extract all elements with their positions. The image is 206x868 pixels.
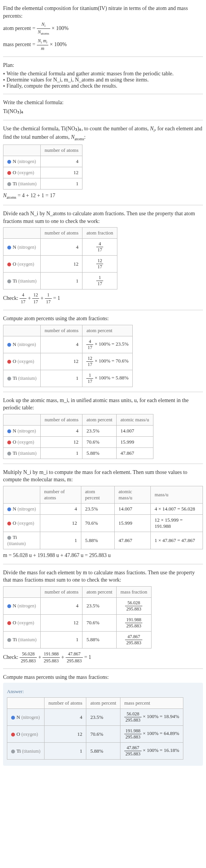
element-dot-icon <box>7 279 11 283</box>
mass-table: number of atomsatom percentatomic mass/u… <box>3 486 203 549</box>
divider <box>3 120 203 120</box>
mass-fraction-section: Divide the mass for each element by m to… <box>3 569 203 664</box>
check-equation: Check: 417 + 1217 + 117 = 1 <box>3 292 203 305</box>
table-row: Ti (titanium)1117 × 100% = 5.88% <box>3 370 133 387</box>
atom-percent-label: atom percent <box>3 25 31 31</box>
divider <box>3 57 203 57</box>
atom-percent-formula: atom percent = NiNatoms × 100% <box>3 21 203 36</box>
element-dot-icon <box>7 507 11 511</box>
mass-pct-intro: Compute mass percents using the mass fra… <box>3 673 203 681</box>
divider <box>3 310 203 310</box>
mass-fraction-table: number of atomsatom percentmass fraction… <box>3 586 152 649</box>
check-equation-mass: Check: 56.028295.883 + 191.988295.883 + … <box>3 651 203 664</box>
table-header-row: number of atomsatom percentmass percent <box>7 698 183 709</box>
times-100-2: × 100% <box>50 42 67 47</box>
element-dot-icon <box>7 638 11 642</box>
element-dot-icon <box>7 452 11 456</box>
mass-percent-formula: mass percent = Ni mim × 100% <box>3 38 203 52</box>
divider <box>3 564 203 564</box>
table-row: N (nitrogen)423.5%14.0074 × 14.007 = 56.… <box>3 503 203 514</box>
divider <box>3 464 203 464</box>
divider <box>3 205 203 205</box>
mass-percent-section: Compute mass percents using the mass fra… <box>3 673 203 766</box>
element-dot-icon <box>11 750 15 753</box>
element-dot-icon <box>7 522 11 525</box>
atom-percent-fraction: NiNatoms <box>37 21 51 36</box>
natoms-equation: Natoms = 4 + 12 + 1 = 17 <box>3 192 203 200</box>
plan-item: Write the chemical formula and gather at… <box>3 71 203 77</box>
table-row: N (nitrogen)4417 × 100% = 23.5% <box>3 336 133 353</box>
atomic-mass-intro: Look up the atomic mass, m_i, in unified… <box>3 397 203 412</box>
table-row: O (oxygen)1270.6%191.988295.883 <box>3 614 152 631</box>
answer-label: Answer: <box>7 688 199 695</box>
times-100: × 100% <box>52 25 69 31</box>
answer-box: Answer: number of atomsatom percentmass … <box>3 683 203 766</box>
table-row: Ti (titanium)15.88%47.867295.883 × 100% … <box>7 743 183 760</box>
element-dot-icon <box>7 343 11 347</box>
table-row: O (oxygen)1270.6%15.999 <box>3 436 153 447</box>
formula-heading: Write the chemical formula: <box>3 99 203 106</box>
element-dot-icon <box>7 621 11 625</box>
mass-percent-label: mass percent <box>3 42 31 47</box>
table-row: O (oxygen)1270.6%191.988295.883 × 100% =… <box>7 726 183 743</box>
plan-section: Plan: Write the chemical formula and gat… <box>3 62 203 89</box>
table-header-row: number of atomsatom fraction <box>3 228 117 239</box>
mass-intro: Multiply N_i by m_i to compute the mass … <box>3 469 203 484</box>
atom-percent-section: Compute atom percents using the atom fra… <box>3 315 203 387</box>
fraction-table: number of atomsatom fraction N (nitrogen… <box>3 227 117 289</box>
table-row: N (nitrogen)423.5%56.028295.883 × 100% =… <box>7 709 183 726</box>
m-equation: m = 56.028 u + 191.988 u + 47.867 u = 29… <box>3 552 203 559</box>
formula-section: Write the chemical formula: Ti(NO₃)₄ <box>3 99 203 115</box>
element-dot-icon <box>7 263 11 266</box>
table-row: N (nitrogen)423.5%56.028295.883 <box>3 597 152 614</box>
element-dot-icon <box>7 377 11 381</box>
table-row: Ti (titanium)1 <box>3 178 82 189</box>
element-dot-icon <box>7 171 11 175</box>
count-section: Use the chemical formula, Ti(NO₃)₄, to c… <box>3 125 203 200</box>
table-row: Ti (titanium)15.88%47.8671 × 47.867 = 47… <box>3 532 203 549</box>
table-header-row: number of atomsatom percentatomic mass/u… <box>3 486 203 503</box>
atomic-mass-table: number of atomsatom percentatomic mass/u… <box>3 414 153 459</box>
plan-item: Finally, compute the percents and check … <box>3 83 203 89</box>
atom-pct-intro: Compute atom percents using the atom fra… <box>3 315 203 323</box>
table-header-row: number of atoms <box>3 145 82 156</box>
count-intro: Use the chemical formula, Ti(NO₃)₄, to c… <box>3 125 203 142</box>
mass-frac-intro: Divide the mass for each element by m to… <box>3 569 203 584</box>
table-row: N (nitrogen)4 <box>3 156 82 167</box>
table-row: Ti (titanium)15.88%47.867295.883 <box>3 631 152 648</box>
element-dot-icon <box>7 429 11 433</box>
element-dot-icon <box>11 716 15 720</box>
table-row: O (oxygen)121217 × 100% = 70.6% <box>3 353 133 370</box>
atom-fraction-section: Divide each N_i by N_atoms to calculate … <box>3 210 203 305</box>
divider <box>3 94 203 94</box>
table-header-row: number of atomsatom percent <box>3 325 133 336</box>
divider <box>3 392 203 392</box>
element-dot-icon <box>11 733 15 737</box>
mass-section: Multiply N_i by m_i to compute the mass … <box>3 469 203 559</box>
atom-percent-table: number of atomsatom percent N (nitrogen)… <box>3 325 133 387</box>
table-row: O (oxygen)121217 <box>3 256 117 273</box>
frac-intro: Divide each N_i by N_atoms to calculate … <box>3 210 203 225</box>
table-row: N (nitrogen)423.5%14.007 <box>3 425 153 436</box>
table-row: Ti (titanium)1117 <box>3 273 117 289</box>
element-dot-icon <box>7 360 11 364</box>
plan-heading: Plan: <box>3 62 203 69</box>
table-row: O (oxygen)12 <box>3 167 82 178</box>
table-header-row: number of atomsatom percentmass fraction <box>3 586 152 597</box>
element-dot-icon <box>7 604 11 608</box>
table-row: Ti (titanium)15.88%47.867 <box>3 447 153 459</box>
intro-section: Find the elemental composition for titan… <box>3 5 203 52</box>
table-header-row: number of atomsatom percentatomic mass/u <box>3 414 153 425</box>
divider <box>3 668 203 669</box>
element-dot-icon <box>7 441 11 444</box>
element-dot-icon <box>7 536 11 540</box>
answer-table: number of atomsatom percentmass percent … <box>7 697 183 760</box>
element-dot-icon <box>7 246 11 249</box>
atomic-mass-section: Look up the atomic mass, m_i, in unified… <box>3 397 203 459</box>
table-row: O (oxygen)1270.6%15.99912 × 15.999 = 191… <box>3 514 203 532</box>
mass-percent-fraction: Ni mim <box>37 38 49 52</box>
chemical-formula: Ti(NO₃)₄ <box>3 108 203 115</box>
plan-item: Determine values for N_i, m_i, N_atoms a… <box>3 77 203 83</box>
element-dot-icon <box>7 160 11 164</box>
table-row: N (nitrogen)4417 <box>3 239 117 256</box>
